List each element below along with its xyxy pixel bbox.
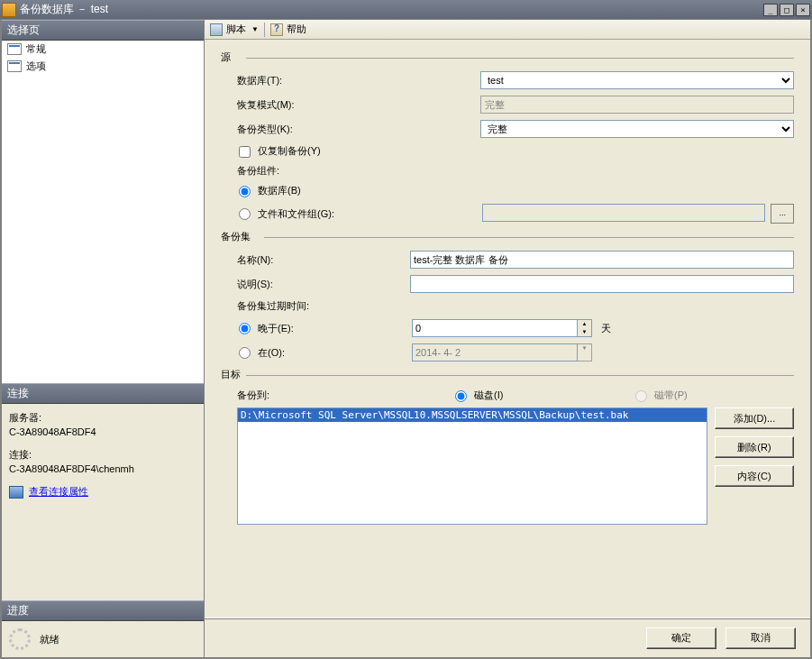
expire-after-radio[interactable]: 晚于(E):	[239, 323, 294, 334]
ok-button[interactable]: 确定	[646, 627, 716, 649]
toolbar-separator	[264, 23, 265, 37]
database-label: 数据库(T):	[237, 74, 480, 87]
titlebar[interactable]: 备份数据库 － test _ □ ×	[0, 0, 812, 19]
copy-only-checkbox[interactable]: 仅复制备份(Y)	[239, 144, 321, 158]
sidebar-item-general[interactable]: 常规	[2, 41, 204, 58]
source-group-label: 源	[221, 51, 236, 62]
progress-status: 就绪	[40, 633, 59, 646]
days-unit-label: 天	[601, 322, 611, 335]
backup-type-select[interactable]: 完整	[480, 120, 794, 138]
script-icon	[210, 23, 223, 36]
chevron-down-icon[interactable]: ▼	[251, 25, 259, 33]
backup-database-dialog: 备份数据库 － test _ □ × 选择页 常规 选项 连接 服务器:	[0, 0, 812, 659]
recovery-mode-value: 完整	[480, 96, 794, 114]
connection-header: 连接	[2, 383, 204, 404]
view-connection-props-link[interactable]: 查看连接属性	[29, 485, 88, 499]
toolbar: 脚本 ▼ 帮助	[205, 20, 810, 40]
connection-value: C-3A89048AF8DF4\chenmh	[9, 463, 196, 474]
dialog-footer: 确定 取消	[205, 618, 810, 657]
expire-after-days-input[interactable]	[412, 319, 578, 337]
component-database-radio[interactable]: 数据库(B)	[239, 184, 301, 197]
left-panel: 选择页 常规 选项 连接 服务器: C-3A89048AF8DF4 连接: C-…	[2, 20, 205, 657]
progress-header: 进度	[2, 600, 204, 621]
disk-radio[interactable]: 磁盘(I)	[455, 389, 635, 402]
recovery-mode-label: 恢复模式(M):	[237, 98, 480, 112]
server-value: C-3A89048AF8DF4	[9, 426, 196, 437]
progress-spinner-icon	[9, 628, 31, 650]
help-button[interactable]: 帮助	[287, 23, 306, 36]
expire-on-date-input	[412, 343, 578, 362]
filegroup-input	[482, 204, 765, 222]
app-icon	[2, 3, 16, 17]
page-icon	[7, 43, 22, 55]
sidebar-item-options[interactable]: 选项	[2, 58, 204, 75]
backup-to-label: 备份到:	[237, 389, 410, 402]
backupset-name-input[interactable]	[410, 251, 794, 269]
spinner-down-button[interactable]: ▼	[578, 328, 591, 336]
contents-button[interactable]: 内容(C)	[715, 465, 794, 487]
cancel-button[interactable]: 取消	[725, 627, 796, 649]
backupset-name-label: 名称(N):	[237, 253, 410, 267]
maximize-button[interactable]: □	[780, 4, 794, 16]
remove-destination-button[interactable]: 删除(R)	[715, 436, 794, 458]
close-button[interactable]: ×	[796, 4, 810, 16]
right-panel: 脚本 ▼ 帮助 源 数据库(T): test	[205, 20, 810, 657]
window-title: 备份数据库 － test	[20, 2, 763, 17]
script-button[interactable]: 脚本	[226, 23, 246, 36]
destination-group-label: 目标	[221, 369, 246, 380]
filegroup-browse-button[interactable]: ...	[771, 204, 794, 224]
add-destination-button[interactable]: 添加(D)...	[715, 407, 794, 429]
help-icon	[270, 23, 283, 36]
connection-label: 连接:	[9, 448, 196, 462]
select-page-header: 选择页	[2, 20, 204, 41]
database-select[interactable]: test	[480, 71, 794, 89]
spinner-up-button[interactable]: ▲	[578, 320, 591, 328]
component-filegroup-radio[interactable]: 文件和文件组(G):	[239, 208, 334, 219]
backup-type-label: 备份类型(K):	[237, 123, 480, 136]
backupset-desc-label: 说明(S):	[237, 278, 410, 291]
server-label: 服务器:	[9, 411, 196, 425]
tape-radio: 磁带(P)	[635, 389, 688, 402]
backupset-group-label: 备份集	[221, 231, 256, 242]
page-icon	[7, 60, 22, 72]
expire-on-radio[interactable]: 在(O):	[239, 347, 285, 358]
sidebar-item-label: 常规	[26, 42, 46, 56]
destination-path-item[interactable]: D:\Microsoft SQL Server\MSSQL10.MSSQLSER…	[238, 408, 707, 422]
sidebar-item-label: 选项	[26, 59, 46, 73]
backupset-desc-input[interactable]	[410, 275, 794, 293]
connection-props-icon	[9, 486, 23, 499]
date-dropdown-button: ▼	[578, 344, 591, 361]
backupset-expiry-label: 备份集过期时间:	[237, 299, 480, 313]
minimize-button[interactable]: _	[763, 4, 778, 16]
backup-components-label: 备份组件:	[237, 164, 480, 178]
destination-listbox[interactable]: D:\Microsoft SQL Server\MSSQL10.MSSQLSER…	[237, 407, 707, 525]
